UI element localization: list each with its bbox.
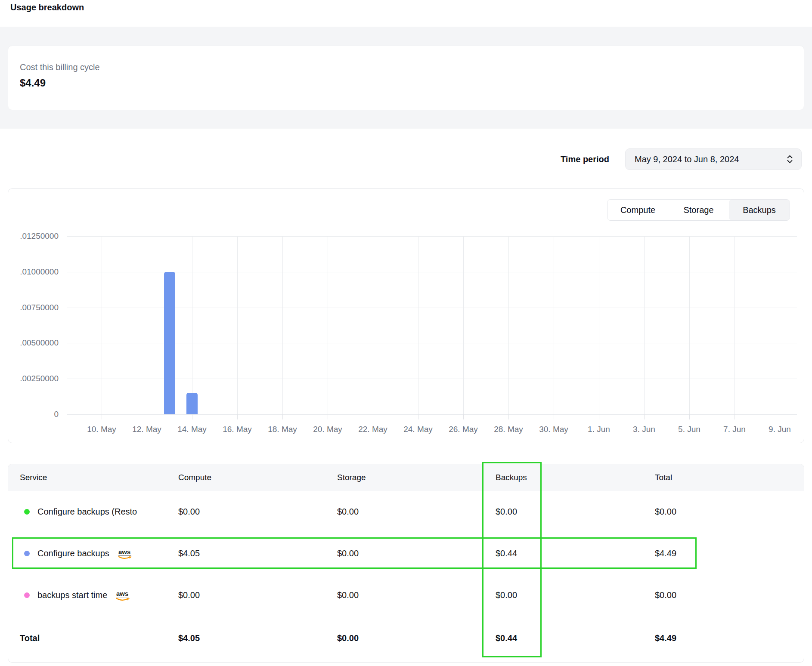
x-axis-tick [508, 414, 509, 419]
table-total-row: Total $4.05 $0.00 $0.44 $4.49 [8, 616, 804, 660]
series-dot-pink [24, 592, 30, 598]
cell-total: $0.00 [655, 507, 804, 517]
v-gridline [554, 236, 554, 414]
cell-total: $0.00 [655, 590, 804, 600]
v-gridline [418, 236, 418, 414]
service-name: backups start time [37, 590, 107, 600]
x-axis-tick [373, 414, 373, 419]
time-period-value: May 9, 2024 to Jun 8, 2024 [635, 154, 739, 164]
x-axis-tick [780, 414, 780, 419]
col-header-total: Total [655, 473, 804, 482]
h-gridline [67, 272, 797, 272]
x-axis-tick-label: 28. May [483, 425, 534, 434]
aws-logo-icon: aws [115, 589, 132, 604]
cell-backups: $0.00 [496, 590, 655, 600]
h-gridline [67, 308, 797, 308]
cost-summary-card: Cost this billing cycle $4.49 [8, 46, 804, 110]
v-gridline [237, 236, 238, 414]
total-backups: $0.44 [496, 633, 655, 643]
y-axis-labels: .01250000.01000000.00750000.00500000.002… [13, 236, 59, 414]
x-axis-tick-label: 30. May [528, 425, 580, 434]
chart-metric-tabs: Compute Storage Backups [607, 199, 790, 221]
x-axis-tick [102, 414, 102, 419]
y-axis-tick-label: .00500000 [13, 338, 59, 348]
x-axis-tick-label: 20. May [302, 425, 353, 434]
cell-compute: $0.00 [178, 507, 337, 517]
service-name: Configure backups (Resto [37, 507, 137, 517]
usage-chart-card: Compute Storage Backups .01250000.010000… [8, 188, 804, 443]
x-axis-tick-label: 18. May [257, 425, 308, 434]
cost-cycle-value: $4.49 [20, 77, 46, 89]
x-axis-tick-label: 22. May [347, 425, 399, 434]
v-gridline [780, 236, 780, 414]
time-period-select[interactable]: May 9, 2024 to Jun 8, 2024 [625, 148, 802, 170]
series-dot-blue [24, 551, 30, 556]
v-gridline [508, 236, 509, 414]
cell-compute: $4.05 [178, 549, 337, 558]
v-gridline [735, 236, 735, 414]
v-gridline [463, 236, 464, 414]
x-axis-tick-label: 24. May [392, 425, 444, 434]
col-header-backups: Backups [496, 473, 655, 482]
v-gridline [147, 236, 147, 414]
v-gridline [282, 236, 283, 414]
x-axis-tick [418, 414, 418, 419]
x-axis-tick [463, 414, 464, 419]
x-axis-tick [192, 414, 192, 419]
cell-compute: $0.00 [178, 590, 337, 600]
time-period-row: Time period May 9, 2024 to Jun 8, 2024 [561, 148, 802, 170]
v-gridline [192, 236, 192, 414]
h-gridline [67, 236, 797, 237]
tab-backups[interactable]: Backups [729, 200, 790, 220]
aws-logo-icon: aws [117, 548, 134, 563]
y-axis-tick-label: .00250000 [13, 373, 59, 384]
chevron-up-down-icon [786, 154, 793, 164]
y-axis-tick-label: 0 [13, 409, 59, 419]
service-name: Configure backups [37, 549, 109, 558]
x-axis-tick-label: 16. May [211, 425, 263, 434]
x-axis-tick [554, 414, 554, 419]
col-header-service: Service [8, 473, 178, 482]
x-axis-tick [147, 414, 147, 419]
v-gridline [689, 236, 690, 414]
summary-band: Cost this billing cycle $4.49 [0, 27, 812, 129]
cell-backups: $0.00 [496, 507, 655, 517]
y-axis-tick-label: .01000000 [13, 267, 59, 277]
usage-bar [186, 393, 198, 414]
time-period-label: Time period [561, 154, 609, 164]
v-gridline [599, 236, 599, 414]
tab-compute[interactable]: Compute [607, 200, 668, 220]
y-axis-tick-label: .01250000 [13, 231, 59, 241]
cell-storage: $0.00 [337, 549, 496, 558]
x-axis-tick-label: 14. May [166, 425, 218, 434]
bar-chart-plot-area: 10. May12. May14. May16. May18. May20. M… [67, 236, 797, 414]
page-title: Usage breakdown [10, 3, 84, 12]
total-label: Total [8, 633, 178, 643]
cost-breakdown-table: Service Compute Storage Backups Total Co… [8, 464, 804, 663]
cost-cycle-label: Cost this billing cycle [20, 62, 100, 72]
cell-backups: $0.44 [496, 549, 655, 558]
v-gridline [373, 236, 373, 414]
x-axis-tick [328, 414, 328, 419]
tab-storage[interactable]: Storage [668, 200, 729, 220]
col-header-storage: Storage [337, 473, 496, 482]
x-axis-tick [644, 414, 645, 419]
x-axis-tick-label: 3. Jun [618, 425, 670, 434]
x-axis-tick-label: 12. May [121, 425, 173, 434]
h-gridline [67, 414, 797, 415]
x-axis-tick-label: 1. Jun [573, 425, 625, 434]
total-storage: $0.00 [337, 633, 496, 643]
total-compute: $4.05 [178, 633, 337, 643]
v-gridline [644, 236, 645, 414]
col-header-compute: Compute [178, 473, 337, 482]
x-axis-tick [237, 414, 238, 419]
h-gridline [67, 343, 797, 343]
table-header-row: Service Compute Storage Backups Total [8, 464, 804, 491]
x-axis-tick [599, 414, 599, 419]
x-axis-tick [282, 414, 283, 419]
x-axis-tick-label: 5. Jun [663, 425, 715, 434]
cell-total: $4.49 [655, 549, 804, 558]
x-axis-tick-label: 26. May [437, 425, 489, 434]
y-axis-tick-label: .00750000 [13, 302, 59, 313]
cell-storage: $0.00 [337, 590, 496, 600]
